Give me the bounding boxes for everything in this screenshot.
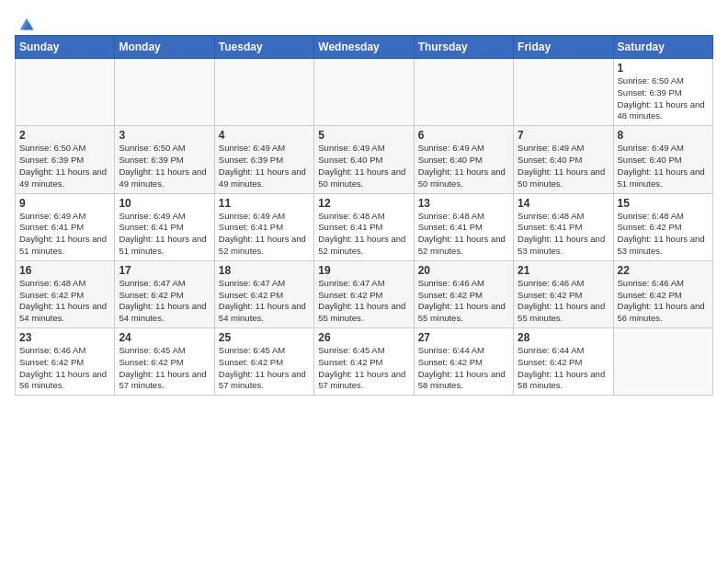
day-info: Sunrise: 6:49 AM Sunset: 6:39 PM Dayligh… — [219, 143, 310, 190]
calendar-day-28: 28Sunrise: 6:44 AM Sunset: 6:42 PM Dayli… — [514, 328, 613, 396]
day-header-monday: Monday — [115, 36, 214, 59]
day-number: 17 — [119, 264, 210, 277]
day-info: Sunrise: 6:49 AM Sunset: 6:41 PM Dayligh… — [19, 211, 110, 258]
day-number: 28 — [518, 331, 609, 344]
logo — [15, 15, 37, 31]
calendar-empty-cell — [16, 59, 115, 126]
calendar-day-12: 12Sunrise: 6:48 AM Sunset: 6:41 PM Dayli… — [314, 193, 414, 260]
calendar-empty-cell — [115, 59, 214, 126]
calendar-day-3: 3Sunrise: 6:50 AM Sunset: 6:39 PM Daylig… — [115, 126, 214, 193]
calendar-week-row: 1Sunrise: 6:50 AM Sunset: 6:39 PM Daylig… — [16, 59, 713, 126]
header — [15, 15, 713, 31]
day-number: 2 — [19, 129, 110, 142]
day-number: 6 — [418, 129, 509, 142]
calendar-empty-cell — [514, 59, 613, 126]
calendar-day-6: 6Sunrise: 6:49 AM Sunset: 6:40 PM Daylig… — [414, 126, 513, 193]
day-number: 27 — [418, 331, 509, 344]
day-number: 22 — [618, 264, 709, 277]
day-info: Sunrise: 6:44 AM Sunset: 6:42 PM Dayligh… — [518, 345, 609, 392]
calendar-day-4: 4Sunrise: 6:49 AM Sunset: 6:39 PM Daylig… — [214, 126, 313, 193]
calendar-day-14: 14Sunrise: 6:48 AM Sunset: 6:41 PM Dayli… — [514, 193, 613, 260]
calendar-day-5: 5Sunrise: 6:49 AM Sunset: 6:40 PM Daylig… — [314, 126, 414, 193]
day-info: Sunrise: 6:47 AM Sunset: 6:42 PM Dayligh… — [219, 278, 310, 325]
day-info: Sunrise: 6:46 AM Sunset: 6:42 PM Dayligh… — [418, 278, 509, 325]
day-number: 25 — [219, 331, 310, 344]
calendar-day-19: 19Sunrise: 6:47 AM Sunset: 6:42 PM Dayli… — [314, 260, 414, 327]
calendar-empty-cell — [414, 59, 513, 126]
day-info: Sunrise: 6:46 AM Sunset: 6:42 PM Dayligh… — [618, 278, 709, 325]
day-info: Sunrise: 6:48 AM Sunset: 6:42 PM Dayligh… — [19, 278, 110, 325]
calendar-empty-cell — [214, 59, 313, 126]
day-number: 24 — [119, 331, 210, 344]
calendar-day-23: 23Sunrise: 6:46 AM Sunset: 6:42 PM Dayli… — [16, 328, 115, 396]
calendar-day-25: 25Sunrise: 6:45 AM Sunset: 6:42 PM Dayli… — [214, 328, 313, 396]
day-number: 13 — [418, 197, 509, 210]
day-info: Sunrise: 6:50 AM Sunset: 6:39 PM Dayligh… — [19, 143, 110, 190]
day-info: Sunrise: 6:45 AM Sunset: 6:42 PM Dayligh… — [119, 345, 210, 392]
day-header-saturday: Saturday — [613, 36, 712, 59]
day-info: Sunrise: 6:49 AM Sunset: 6:41 PM Dayligh… — [219, 211, 310, 258]
day-number: 12 — [318, 197, 409, 210]
day-number: 16 — [19, 264, 110, 277]
calendar-empty-cell — [314, 59, 414, 126]
calendar-day-22: 22Sunrise: 6:46 AM Sunset: 6:42 PM Dayli… — [613, 260, 712, 327]
calendar-day-16: 16Sunrise: 6:48 AM Sunset: 6:42 PM Dayli… — [16, 260, 115, 327]
calendar-day-17: 17Sunrise: 6:47 AM Sunset: 6:42 PM Dayli… — [115, 260, 214, 327]
calendar-day-2: 2Sunrise: 6:50 AM Sunset: 6:39 PM Daylig… — [16, 126, 115, 193]
day-number: 7 — [518, 129, 609, 142]
calendar-day-1: 1Sunrise: 6:50 AM Sunset: 6:39 PM Daylig… — [613, 59, 712, 126]
day-info: Sunrise: 6:47 AM Sunset: 6:42 PM Dayligh… — [318, 278, 409, 325]
day-info: Sunrise: 6:49 AM Sunset: 6:40 PM Dayligh… — [618, 143, 709, 190]
logo-icon — [17, 15, 37, 35]
calendar-day-18: 18Sunrise: 6:47 AM Sunset: 6:42 PM Dayli… — [214, 260, 313, 327]
day-number: 11 — [219, 197, 310, 210]
day-number: 20 — [418, 264, 509, 277]
day-number: 9 — [19, 197, 110, 210]
day-info: Sunrise: 6:48 AM Sunset: 6:41 PM Dayligh… — [418, 211, 509, 258]
day-number: 14 — [518, 197, 609, 210]
day-info: Sunrise: 6:49 AM Sunset: 6:40 PM Dayligh… — [318, 143, 409, 190]
calendar-day-10: 10Sunrise: 6:49 AM Sunset: 6:41 PM Dayli… — [115, 193, 214, 260]
calendar-day-11: 11Sunrise: 6:49 AM Sunset: 6:41 PM Dayli… — [214, 193, 313, 260]
calendar-day-27: 27Sunrise: 6:44 AM Sunset: 6:42 PM Dayli… — [414, 328, 513, 396]
calendar-day-9: 9Sunrise: 6:49 AM Sunset: 6:41 PM Daylig… — [16, 193, 115, 260]
day-number: 21 — [518, 264, 609, 277]
calendar-week-row: 2Sunrise: 6:50 AM Sunset: 6:39 PM Daylig… — [16, 126, 713, 193]
day-number: 15 — [618, 197, 709, 210]
day-header-sunday: Sunday — [16, 36, 115, 59]
day-number: 19 — [318, 264, 409, 277]
day-number: 18 — [219, 264, 310, 277]
calendar-day-7: 7Sunrise: 6:49 AM Sunset: 6:40 PM Daylig… — [514, 126, 613, 193]
calendar-day-13: 13Sunrise: 6:48 AM Sunset: 6:41 PM Dayli… — [414, 193, 513, 260]
day-info: Sunrise: 6:45 AM Sunset: 6:42 PM Dayligh… — [318, 345, 409, 392]
calendar-day-26: 26Sunrise: 6:45 AM Sunset: 6:42 PM Dayli… — [314, 328, 414, 396]
day-info: Sunrise: 6:45 AM Sunset: 6:42 PM Dayligh… — [219, 345, 310, 392]
day-info: Sunrise: 6:48 AM Sunset: 6:42 PM Dayligh… — [618, 211, 709, 258]
day-number: 10 — [119, 197, 210, 210]
day-info: Sunrise: 6:48 AM Sunset: 6:41 PM Dayligh… — [318, 211, 409, 258]
calendar-table: SundayMondayTuesdayWednesdayThursdayFrid… — [15, 35, 713, 396]
day-number: 23 — [19, 331, 110, 344]
day-info: Sunrise: 6:46 AM Sunset: 6:42 PM Dayligh… — [518, 278, 609, 325]
calendar-day-24: 24Sunrise: 6:45 AM Sunset: 6:42 PM Dayli… — [115, 328, 214, 396]
day-number: 8 — [618, 129, 709, 142]
calendar-day-21: 21Sunrise: 6:46 AM Sunset: 6:42 PM Dayli… — [514, 260, 613, 327]
calendar-day-20: 20Sunrise: 6:46 AM Sunset: 6:42 PM Dayli… — [414, 260, 513, 327]
day-header-wednesday: Wednesday — [314, 36, 414, 59]
day-info: Sunrise: 6:44 AM Sunset: 6:42 PM Dayligh… — [418, 345, 509, 392]
day-number: 5 — [318, 129, 409, 142]
calendar-week-row: 16Sunrise: 6:48 AM Sunset: 6:42 PM Dayli… — [16, 260, 713, 327]
day-info: Sunrise: 6:50 AM Sunset: 6:39 PM Dayligh… — [618, 75, 709, 122]
calendar-day-15: 15Sunrise: 6:48 AM Sunset: 6:42 PM Dayli… — [613, 193, 712, 260]
day-header-friday: Friday — [514, 36, 613, 59]
day-info: Sunrise: 6:50 AM Sunset: 6:39 PM Dayligh… — [119, 143, 210, 190]
day-info: Sunrise: 6:48 AM Sunset: 6:41 PM Dayligh… — [518, 211, 609, 258]
day-number: 4 — [219, 129, 310, 142]
day-header-thursday: Thursday — [414, 36, 513, 59]
day-number: 3 — [119, 129, 210, 142]
day-number: 1 — [618, 62, 709, 75]
day-info: Sunrise: 6:49 AM Sunset: 6:40 PM Dayligh… — [418, 143, 509, 190]
calendar-header-row: SundayMondayTuesdayWednesdayThursdayFrid… — [16, 36, 713, 59]
calendar-day-8: 8Sunrise: 6:49 AM Sunset: 6:40 PM Daylig… — [613, 126, 712, 193]
day-info: Sunrise: 6:49 AM Sunset: 6:40 PM Dayligh… — [518, 143, 609, 190]
